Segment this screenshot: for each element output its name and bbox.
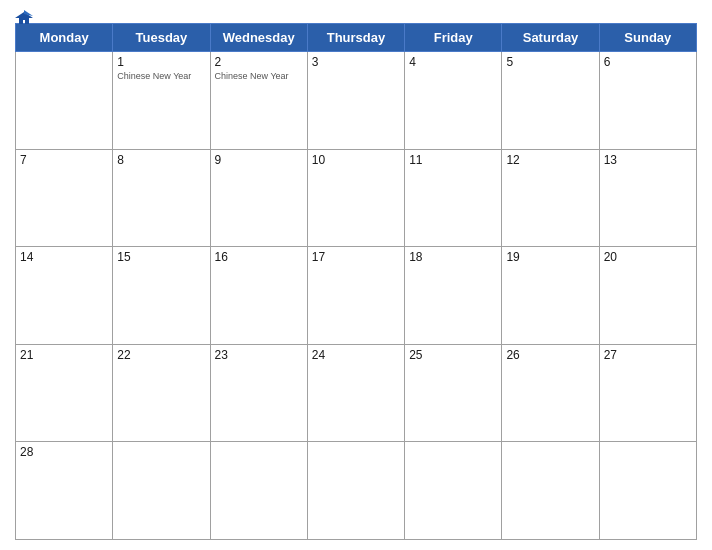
calendar-cell: 17 bbox=[307, 247, 404, 345]
day-number: 24 bbox=[312, 348, 400, 362]
day-number: 9 bbox=[215, 153, 303, 167]
calendar-cell: 12 bbox=[502, 149, 599, 247]
calendar-cell bbox=[599, 442, 696, 540]
day-number: 8 bbox=[117, 153, 205, 167]
calendar-cell: 15 bbox=[113, 247, 210, 345]
weekday-header-sunday: Sunday bbox=[599, 24, 696, 52]
calendar-header bbox=[15, 10, 697, 23]
day-number: 7 bbox=[20, 153, 108, 167]
calendar-cell: 19 bbox=[502, 247, 599, 345]
calendar-cell: 2Chinese New Year bbox=[210, 52, 307, 150]
day-number: 23 bbox=[215, 348, 303, 362]
calendar-cell: 23 bbox=[210, 344, 307, 442]
day-number: 11 bbox=[409, 153, 497, 167]
weekday-header-saturday: Saturday bbox=[502, 24, 599, 52]
day-number: 25 bbox=[409, 348, 497, 362]
calendar-table: MondayTuesdayWednesdayThursdayFridaySatu… bbox=[15, 23, 697, 540]
calendar-cell: 25 bbox=[405, 344, 502, 442]
weekday-header-tuesday: Tuesday bbox=[113, 24, 210, 52]
calendar-cell: 11 bbox=[405, 149, 502, 247]
day-number: 26 bbox=[506, 348, 594, 362]
calendar-cell: 16 bbox=[210, 247, 307, 345]
day-number: 4 bbox=[409, 55, 497, 69]
calendar-wrapper: MondayTuesdayWednesdayThursdayFridaySatu… bbox=[0, 0, 712, 550]
event-label: Chinese New Year bbox=[117, 71, 205, 82]
logo-blue bbox=[15, 10, 35, 24]
calendar-cell: 3 bbox=[307, 52, 404, 150]
calendar-cell: 20 bbox=[599, 247, 696, 345]
day-number: 18 bbox=[409, 250, 497, 264]
day-number: 19 bbox=[506, 250, 594, 264]
calendar-cell: 26 bbox=[502, 344, 599, 442]
calendar-cell: 9 bbox=[210, 149, 307, 247]
day-number: 5 bbox=[506, 55, 594, 69]
calendar-cell: 7 bbox=[16, 149, 113, 247]
calendar-cell: 22 bbox=[113, 344, 210, 442]
day-number: 15 bbox=[117, 250, 205, 264]
day-number: 22 bbox=[117, 348, 205, 362]
week-row-5: 28 bbox=[16, 442, 697, 540]
day-number: 12 bbox=[506, 153, 594, 167]
calendar-cell: 13 bbox=[599, 149, 696, 247]
calendar-cell bbox=[16, 52, 113, 150]
day-number: 28 bbox=[20, 445, 108, 459]
calendar-cell bbox=[502, 442, 599, 540]
day-number: 16 bbox=[215, 250, 303, 264]
day-number: 2 bbox=[215, 55, 303, 69]
weekday-header-friday: Friday bbox=[405, 24, 502, 52]
week-row-2: 78910111213 bbox=[16, 149, 697, 247]
day-number: 10 bbox=[312, 153, 400, 167]
day-number: 17 bbox=[312, 250, 400, 264]
weekday-header-wednesday: Wednesday bbox=[210, 24, 307, 52]
calendar-cell bbox=[113, 442, 210, 540]
week-row-1: 1Chinese New Year2Chinese New Year3456 bbox=[16, 52, 697, 150]
logo-bird-icon bbox=[15, 10, 33, 24]
calendar-cell: 27 bbox=[599, 344, 696, 442]
calendar-cell: 24 bbox=[307, 344, 404, 442]
day-number: 21 bbox=[20, 348, 108, 362]
day-number: 27 bbox=[604, 348, 692, 362]
calendar-cell bbox=[405, 442, 502, 540]
day-number: 1 bbox=[117, 55, 205, 69]
week-row-3: 14151617181920 bbox=[16, 247, 697, 345]
day-number: 13 bbox=[604, 153, 692, 167]
weekday-header-row: MondayTuesdayWednesdayThursdayFridaySatu… bbox=[16, 24, 697, 52]
event-label: Chinese New Year bbox=[215, 71, 303, 82]
day-number: 20 bbox=[604, 250, 692, 264]
day-number: 6 bbox=[604, 55, 692, 69]
logo bbox=[15, 10, 35, 24]
calendar-cell bbox=[210, 442, 307, 540]
calendar-cell: 28 bbox=[16, 442, 113, 540]
weekday-header-thursday: Thursday bbox=[307, 24, 404, 52]
calendar-cell: 8 bbox=[113, 149, 210, 247]
week-row-4: 21222324252627 bbox=[16, 344, 697, 442]
calendar-cell: 10 bbox=[307, 149, 404, 247]
calendar-cell: 6 bbox=[599, 52, 696, 150]
weekday-header-monday: Monday bbox=[16, 24, 113, 52]
calendar-cell: 4 bbox=[405, 52, 502, 150]
calendar-cell: 1Chinese New Year bbox=[113, 52, 210, 150]
day-number: 14 bbox=[20, 250, 108, 264]
calendar-cell: 14 bbox=[16, 247, 113, 345]
day-number: 3 bbox=[312, 55, 400, 69]
calendar-cell: 18 bbox=[405, 247, 502, 345]
calendar-cell: 21 bbox=[16, 344, 113, 442]
calendar-cell: 5 bbox=[502, 52, 599, 150]
calendar-cell bbox=[307, 442, 404, 540]
